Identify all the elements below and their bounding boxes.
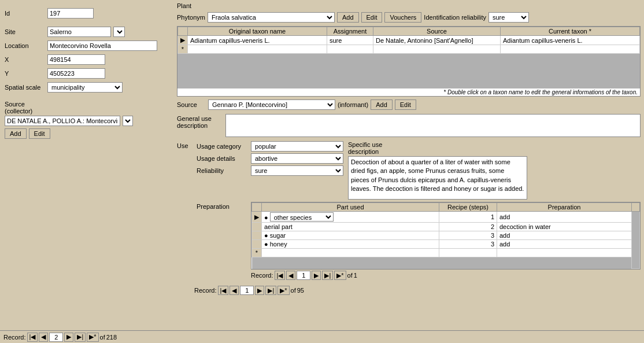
- prep-section: Preparation Part used Recipe (steps) Pre…: [197, 202, 641, 280]
- inner-next-btn[interactable]: ▶: [312, 271, 321, 280]
- prep-new-row[interactable]: *: [252, 249, 640, 257]
- new-assignment-cell: [327, 45, 373, 54]
- use-label: Use: [177, 141, 194, 281]
- original-taxon-cell: Adiantum capillus-veneris L.: [188, 36, 327, 45]
- bottom-prev-btn[interactable]: ◀: [39, 333, 48, 342]
- vouchers-button[interactable]: Vouchers: [384, 12, 421, 23]
- inner-new-btn[interactable]: ▶*: [334, 271, 346, 280]
- prep-new-part: [262, 249, 439, 257]
- inner-record-of: of: [347, 272, 353, 279]
- prep-scrollbar: [632, 212, 640, 269]
- taxon-gray-area: [177, 54, 640, 88]
- location-input[interactable]: [47, 40, 157, 51]
- source-section-select[interactable]: Gennaro P. [Montecorvino]: [208, 99, 335, 110]
- use-section: Use Usage category popular Usage details: [177, 141, 641, 281]
- prep-part-4: ● honey: [262, 240, 439, 249]
- inner-record-input[interactable]: [297, 271, 310, 280]
- original-taxon-header: Original taxon name: [188, 27, 327, 36]
- prep-table: Part used Recipe (steps) Preparation ▶: [251, 202, 640, 269]
- prep-row-2[interactable]: aerial part 2 decoction in water: [252, 223, 640, 231]
- source-collector-input[interactable]: [5, 116, 120, 126]
- prep-prep-4: add: [497, 240, 632, 249]
- inner-prev-btn[interactable]: ◀: [286, 271, 295, 280]
- outer-last-btn[interactable]: ▶|: [265, 286, 276, 295]
- source-add-button[interactable]: Add: [5, 128, 27, 139]
- prep-row-1[interactable]: ▶ ● other species 1 add: [252, 212, 640, 223]
- prep-prep-2: decoction in water: [497, 223, 632, 231]
- outer-first-btn[interactable]: |◀: [218, 286, 229, 295]
- y-label: Y: [5, 70, 45, 77]
- current-taxon-cell: Adiantum capillus-veneris L.: [501, 36, 640, 45]
- outer-new-btn[interactable]: ▶*: [277, 286, 289, 295]
- usage-details-row: Usage details abortive: [197, 153, 343, 164]
- bottom-first-btn[interactable]: |◀: [27, 333, 38, 342]
- prep-steps-4: 3: [439, 240, 497, 249]
- assignment-cell: sure: [327, 36, 373, 45]
- id-input[interactable]: [47, 8, 94, 19]
- taxon-new-row[interactable]: *: [178, 45, 640, 54]
- source-section-edit-button[interactable]: Edit: [395, 99, 416, 110]
- general-use-label: General use description: [177, 114, 223, 137]
- bottom-record-of: of: [100, 334, 105, 341]
- source-collector-select[interactable]: [123, 116, 133, 126]
- bottom-record-label: Record:: [3, 334, 26, 341]
- prep-part-select-1[interactable]: other species: [270, 212, 334, 222]
- phytonym-edit-button[interactable]: Edit: [361, 12, 383, 23]
- specific-use-box[interactable]: Decoction of about a quarter of a liter …: [348, 156, 527, 200]
- outer-record-input[interactable]: [240, 286, 254, 295]
- bottom-last-btn[interactable]: ▶|: [75, 333, 86, 342]
- inner-last-btn[interactable]: ▶|: [322, 271, 333, 280]
- assignment-header: Assignment: [327, 27, 373, 36]
- x-input[interactable]: [47, 54, 105, 65]
- prep-part-3: ● sugar: [262, 231, 439, 240]
- use-top: Usage category popular Usage details abo…: [197, 141, 641, 200]
- prep-steps-2: 2: [439, 223, 497, 231]
- source-edit-button[interactable]: Edit: [29, 128, 50, 139]
- site-select[interactable]: [113, 27, 125, 37]
- taxon-footnote: * Double click on a taxon name to edit t…: [177, 88, 640, 96]
- new-taxon-cell: [188, 45, 327, 54]
- bottom-record-bar: Record: |◀ ◀ ▶ ▶| ▶* of 218: [0, 330, 644, 343]
- usage-details-select[interactable]: abortive: [251, 153, 343, 164]
- preparation-header: Preparation: [497, 203, 632, 212]
- general-use-box[interactable]: [225, 114, 641, 137]
- outer-record-nav: Record: |◀ ◀ ▶ ▶| ▶* of 95: [177, 286, 641, 295]
- bottom-next-btn[interactable]: ▶: [64, 333, 73, 342]
- site-input[interactable]: [47, 27, 111, 37]
- prep-prep-1: add: [497, 212, 632, 223]
- outer-prev-btn[interactable]: ◀: [230, 286, 239, 295]
- outer-record-label: Record:: [194, 287, 217, 294]
- source-collector-label: Source (collector): [5, 101, 169, 115]
- usage-details-label: Usage details: [197, 155, 249, 162]
- reliability-select[interactable]: sure: [251, 165, 343, 176]
- source-section-label: Source: [177, 101, 206, 108]
- phytonym-select[interactable]: Fraola salvatica: [208, 12, 335, 23]
- prep-part-2: aerial part: [262, 223, 439, 231]
- prep-part-1: ● other species: [262, 212, 439, 223]
- usage-category-label: Usage category: [197, 143, 249, 150]
- taxon-row-1[interactable]: ▶ Adiantum capillus-veneris L. sure De N…: [178, 36, 640, 45]
- prep-gray-area: [252, 257, 632, 269]
- source-section-add-button[interactable]: Add: [371, 99, 393, 110]
- source-section-row: Source Gennaro P. [Montecorvino] (inform…: [177, 99, 641, 110]
- specific-use-label: Specific use description: [348, 141, 527, 155]
- spatial-scale-select[interactable]: municipality: [47, 82, 123, 93]
- usage-category-select[interactable]: popular: [251, 141, 343, 152]
- outer-next-btn[interactable]: ▶: [255, 286, 264, 295]
- plant-title: Plant: [177, 2, 641, 9]
- inner-first-btn[interactable]: |◀: [275, 271, 286, 280]
- bottom-new-btn[interactable]: ▶*: [87, 333, 98, 342]
- prep-new-indicator: *: [252, 249, 262, 257]
- prep-row-3[interactable]: ● sugar 3 add: [252, 231, 640, 240]
- y-input[interactable]: [47, 68, 105, 79]
- inner-record-total: 1: [354, 272, 357, 279]
- id-reliability-select[interactable]: sure: [488, 12, 529, 23]
- use-content: Usage category popular Usage details abo…: [197, 141, 641, 281]
- id-label: Id: [5, 10, 45, 17]
- prep-prep-3: add: [497, 231, 632, 240]
- bottom-record-total: 218: [106, 334, 117, 341]
- prep-row-4[interactable]: ● honey 3 add: [252, 240, 640, 249]
- prep-row-indicator-4: [252, 240, 262, 249]
- phytonym-add-button[interactable]: Add: [337, 12, 359, 23]
- bottom-record-input[interactable]: [49, 333, 63, 342]
